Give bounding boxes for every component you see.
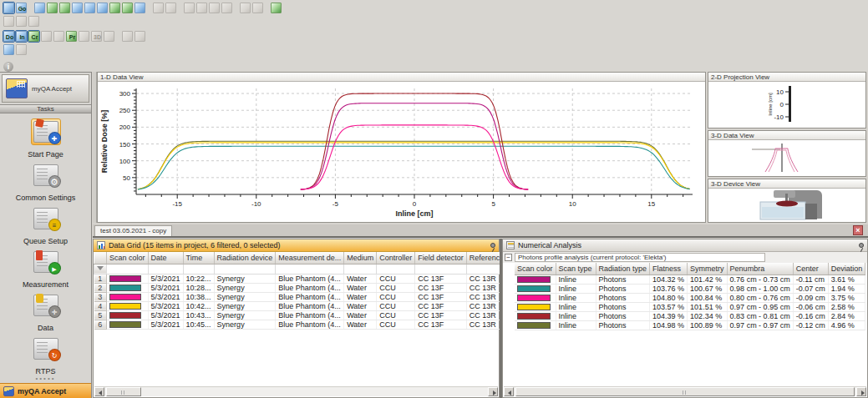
filter-cell[interactable] (415, 264, 467, 274)
scroll-right-icon[interactable] (488, 387, 498, 396)
open-project-icon[interactable] (34, 3, 45, 13)
grid-cell: Blue Phantom (4... (276, 310, 344, 320)
inline-view-icon[interactable]: In (16, 31, 27, 42)
grid-column-header[interactable]: Medium (344, 252, 377, 264)
analysis-column-header[interactable]: Radiation type (596, 263, 650, 275)
grid-column-header[interactable]: Date (148, 252, 183, 264)
analysis-row[interactable]: InlinePhotons104.32 %101.42 %0.76 cm - 0… (515, 275, 865, 284)
analysis-row[interactable]: InlinePhotons103.76 %100.67 %0.98 cm - 1… (515, 284, 865, 293)
refresh-project-icon[interactable] (271, 3, 282, 13)
analysis-column-header[interactable]: Penumbra (727, 263, 793, 275)
close-data-view-icon[interactable] (3, 44, 14, 55)
filter-cell[interactable] (214, 264, 276, 274)
link-scans-icon[interactable] (122, 3, 133, 13)
grid-cell: Synergy (214, 301, 276, 310)
filter-cell[interactable] (276, 264, 344, 274)
analysis-hscrollbar[interactable] (504, 386, 866, 396)
grid-column-header[interactable]: Radiation device (214, 252, 276, 264)
profile-analysis-icon[interactable]: Pr (66, 31, 77, 42)
sidebar-item-start-page[interactable]: ✚Start Page (0, 116, 91, 159)
scan-color-swatch (517, 285, 551, 292)
select-scan-icon[interactable] (3, 3, 14, 13)
sidebar-item-data[interactable]: ✛Data (0, 290, 91, 333)
data-grid-hscrollbar[interactable] (94, 386, 498, 396)
sidebar-item-measurement[interactable]: ▶Measurement (0, 246, 91, 290)
info-icon[interactable]: i (3, 62, 13, 72)
grid-cell: 10:43... (183, 310, 214, 320)
close-tab-icon[interactable]: × (853, 225, 863, 235)
toolbar-row-layout (3, 44, 28, 57)
analysis-cell: Inline (556, 275, 596, 284)
toolbar-row-info: i (3, 58, 13, 70)
grid-cell: Water (344, 301, 377, 310)
analysis-cell: 104.39 % (650, 311, 688, 320)
data-grid-titlebar: Data Grid (15 items in project, 6 filter… (94, 239, 499, 252)
merge-scans-icon[interactable] (109, 3, 120, 13)
import-measurement-icon[interactable] (47, 3, 58, 13)
filter-cell[interactable] (183, 264, 214, 274)
filter-cell[interactable] (377, 264, 415, 274)
sidebar-item-queue-setup[interactable]: ≡Queue Setup (0, 203, 91, 246)
document-tab[interactable]: test 03.05.2021 - copy (94, 225, 172, 236)
scrollbar-thumb[interactable] (106, 387, 141, 396)
scroll-left-icon[interactable] (94, 387, 104, 396)
scroll-left-icon[interactable] (504, 387, 514, 396)
scroll-right-icon[interactable] (856, 387, 866, 396)
analysis-cell: Inline (556, 293, 596, 302)
analysis-cell: 100.67 % (688, 284, 728, 293)
scan-color-swatch (517, 295, 551, 301)
sidebar-splitter-handle[interactable]: ••••• (0, 376, 91, 383)
scan-color-swatch (517, 276, 551, 283)
grid-column-header[interactable]: Scan color (107, 252, 149, 264)
paste-scan-icon[interactable] (84, 3, 95, 13)
export-measurement-icon[interactable] (59, 3, 70, 13)
scan-color-swatch (517, 322, 551, 329)
scrollbar-thumb[interactable] (515, 387, 855, 396)
surface-view-icon (104, 31, 114, 42)
analysis-column-header[interactable]: Scan type (556, 263, 596, 275)
move-scan-icon[interactable] (135, 3, 145, 13)
filter-cell[interactable] (107, 264, 149, 274)
grid-column-header[interactable]: Measurement de... (276, 252, 344, 264)
copy-scan-icon[interactable] (72, 3, 83, 13)
tasks-section-header[interactable]: Tasks (0, 104, 91, 113)
analysis-column-header[interactable]: Center (793, 263, 828, 275)
grid-column-header[interactable]: Field detector (415, 252, 467, 264)
filter-cell[interactable] (344, 264, 377, 274)
analysis-row[interactable]: InlinePhotons103.57 %101.51 %0.97 cm - 0… (515, 302, 865, 311)
two-d-projection-view-panel: 2-D Projection View 100-10Inline [cm] (708, 72, 866, 128)
grid-cell: Blue Phantom (4... (276, 301, 344, 310)
sidebar-item-rtps[interactable]: ↻RTPS (0, 333, 91, 376)
scan-navigator-icon[interactable]: Go (16, 3, 27, 13)
grid-cell: Water (344, 283, 377, 292)
grid-cell: CC 13F (415, 292, 467, 301)
analysis-row[interactable]: InlinePhotons104.39 %102.34 %0.83 cm - 0… (515, 311, 865, 320)
queue-setup-icon: ≡ (33, 208, 58, 229)
dose-view-icon[interactable]: Do (3, 31, 14, 42)
numerical-analysis-titlebar: Numerical Analysis (503, 239, 867, 252)
analysis-column-header[interactable]: Symmetry (688, 263, 728, 275)
crossline-view-icon[interactable]: Cr (28, 31, 39, 42)
analysis-column-header[interactable]: Scan color (515, 263, 556, 275)
pin-icon[interactable] (490, 243, 495, 248)
grid-cell: Synergy (214, 310, 276, 320)
collapse-section-icon[interactable]: − (505, 254, 512, 261)
filter-cell[interactable] (148, 264, 183, 274)
duplicate-scan-icon[interactable] (97, 3, 108, 13)
analysis-column-header[interactable]: Flatness (650, 263, 688, 275)
grid-column-header[interactable]: Time (183, 252, 214, 264)
analysis-cell: Inline (556, 311, 596, 320)
analysis-column-header[interactable]: Deviation (828, 263, 865, 275)
start-page-icon-badge: ✚ (48, 132, 61, 144)
grid-cell: Water (344, 320, 377, 329)
analysis-row[interactable]: InlinePhotons104.98 %100.89 %0.97 cm - 0… (515, 320, 865, 330)
one-d-data-view-title: 1-D Data View (98, 73, 705, 82)
myqa-accept-footer-button[interactable]: myQA Accept (0, 383, 91, 398)
delete-scan-icon (153, 3, 164, 13)
water-phantom-render (708, 189, 865, 221)
pin-icon[interactable] (859, 243, 864, 248)
analysis-row[interactable]: InlinePhotons104.80 %100.84 %0.80 cm - 0… (515, 293, 865, 302)
sidebar-item-common-settings[interactable]: ⚙Common Settings (0, 159, 91, 203)
grid-column-header[interactable]: Controller (377, 252, 415, 264)
filter-icon[interactable] (97, 266, 104, 270)
